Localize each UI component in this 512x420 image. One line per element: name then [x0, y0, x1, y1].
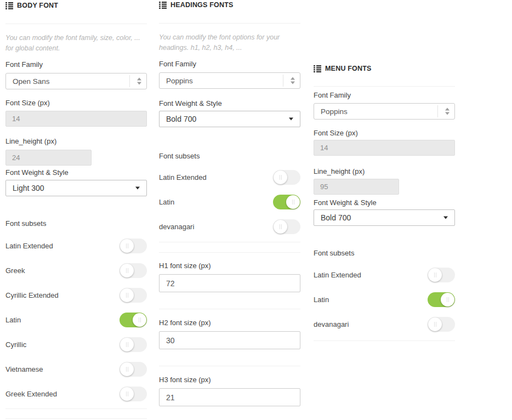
subset-row-latin: Latin — [314, 292, 455, 307]
font-size-input[interactable] — [5, 111, 147, 127]
subset-row-latin-extended: Latin Extended — [5, 239, 147, 253]
dropdown-caret-icon — [135, 187, 140, 190]
font-size-input[interactable] — [314, 140, 455, 156]
subset-row-devanagari: devanagari — [159, 219, 300, 234]
toggle-switch[interactable] — [428, 292, 455, 307]
toggle-switch[interactable] — [428, 268, 455, 282]
font-family-label: Font Family — [159, 60, 300, 68]
body-font-panel: BODY FONT You can modify the font family… — [5, 0, 147, 419]
h1-size-label: H1 font size (px) — [159, 262, 300, 270]
font-weight-value: Light 300 — [13, 184, 44, 192]
font-size-label: Font Size (px) — [314, 129, 455, 137]
toggle-switch[interactable] — [120, 337, 147, 352]
toggle-knob — [120, 288, 134, 302]
font-weight-label: Font Weight & Style — [5, 168, 147, 177]
menu-fonts-header: MENU FONTS — [314, 62, 455, 72]
font-subsets-label: Font subsets — [159, 152, 300, 160]
list-icon — [5, 2, 13, 9]
headings-fonts-panel: HEADINGS FONTS You can modify the font o… — [159, 0, 300, 406]
body-font-header: BODY FONT — [5, 0, 147, 9]
subset-row-cyrillic-extended: Cyrillic Extended — [5, 288, 147, 303]
toggle-knob — [120, 264, 134, 277]
toggle-switch[interactable] — [273, 170, 300, 185]
divider — [314, 340, 455, 341]
spinner-icon[interactable] — [445, 108, 450, 115]
toggle-knob — [274, 171, 287, 184]
font-family-value: Poppins — [166, 77, 193, 85]
font-family-label: Font Family — [314, 91, 455, 99]
subset-row-latin-extended: Latin Extended — [159, 170, 300, 185]
subset-row-latin: Latin — [5, 313, 147, 327]
toggle-knob — [441, 293, 454, 307]
font-family-select[interactable]: Open Sans — [5, 73, 147, 89]
select-separator — [437, 105, 438, 117]
toggle-knob — [428, 317, 442, 331]
subset-row-vietnamese: Vietnamese — [5, 362, 147, 377]
font-weight-select[interactable]: Bold 700 — [159, 111, 300, 127]
line-height-label: Line_height (px) — [314, 167, 455, 175]
font-weight-select[interactable]: Light 300 — [5, 180, 147, 196]
toggle-knob — [428, 268, 442, 282]
select-separator — [129, 75, 130, 87]
toggle-knob — [120, 387, 134, 401]
divider — [5, 408, 147, 409]
panel-title: BODY FONT — [17, 2, 58, 9]
panel-description: You can modify the font options for your… — [159, 32, 300, 53]
toggle-switch[interactable] — [273, 219, 300, 234]
toggle-knob — [274, 220, 287, 234]
subset-row-latin-extended: Latin Extended — [314, 268, 455, 282]
subset-row-greek: Greek — [5, 263, 147, 278]
divider — [159, 242, 300, 242]
toggle-switch[interactable] — [120, 288, 147, 303]
toggle-switch[interactable] — [120, 362, 147, 377]
toggle-knob — [120, 239, 134, 253]
line-height-input[interactable] — [314, 179, 399, 195]
panel-title: HEADINGS FONTS — [170, 1, 234, 9]
toggle-switch[interactable] — [120, 263, 147, 278]
h1-size-input[interactable] — [159, 274, 300, 292]
divider — [159, 309, 300, 309]
subset-row-cyrillic: Cyrillic — [5, 337, 147, 352]
list-icon — [159, 2, 167, 9]
font-subsets-label: Font subsets — [5, 219, 147, 228]
panel-description: You can modify the font family, size, co… — [5, 33, 147, 54]
font-weight-label: Font Weight & Style — [314, 198, 455, 207]
font-family-value: Open Sans — [13, 77, 50, 86]
divider — [159, 366, 300, 366]
divider — [159, 23, 300, 24]
divider — [5, 24, 147, 24]
toggle-switch[interactable] — [120, 239, 147, 253]
spinner-icon[interactable] — [137, 78, 141, 85]
menu-fonts-panel: MENU FONTS Font Family Poppins Font Size… — [314, 62, 455, 341]
font-family-value: Poppins — [321, 107, 348, 116]
font-family-label: Font Family — [5, 60, 147, 69]
dropdown-caret-icon — [443, 217, 448, 219]
divider — [314, 86, 455, 87]
font-family-select[interactable]: Poppins — [159, 72, 300, 89]
toggle-switch[interactable] — [273, 195, 300, 209]
line-height-label: Line_height (px) — [5, 137, 147, 145]
h3-size-input[interactable] — [159, 388, 300, 406]
toggle-switch[interactable] — [120, 313, 147, 327]
panel-title: MENU FONTS — [325, 65, 372, 72]
dropdown-caret-icon — [289, 118, 293, 121]
subset-row-greek-extended: Greek Extended — [5, 387, 147, 401]
h2-size-label: H2 font size (px) — [159, 319, 300, 327]
toggle-knob — [286, 195, 300, 209]
h2-size-input[interactable] — [159, 331, 300, 349]
subset-row-latin: Latin — [159, 195, 300, 209]
font-subsets-label: Font subsets — [314, 249, 455, 257]
h3-size-label: H3 font size (px) — [159, 376, 300, 384]
spinner-icon[interactable] — [291, 77, 295, 84]
font-weight-select[interactable]: Bold 700 — [314, 209, 455, 226]
font-family-select[interactable]: Poppins — [314, 103, 455, 120]
divider — [5, 418, 147, 419]
select-separator — [283, 75, 283, 87]
divider — [159, 252, 300, 253]
toggle-switch[interactable] — [428, 317, 455, 332]
font-weight-value: Bold 700 — [321, 213, 351, 222]
toggle-knob — [120, 338, 134, 351]
toggle-switch[interactable] — [120, 387, 147, 401]
font-size-label: Font Size (px) — [5, 99, 147, 107]
line-height-input[interactable] — [5, 150, 92, 166]
